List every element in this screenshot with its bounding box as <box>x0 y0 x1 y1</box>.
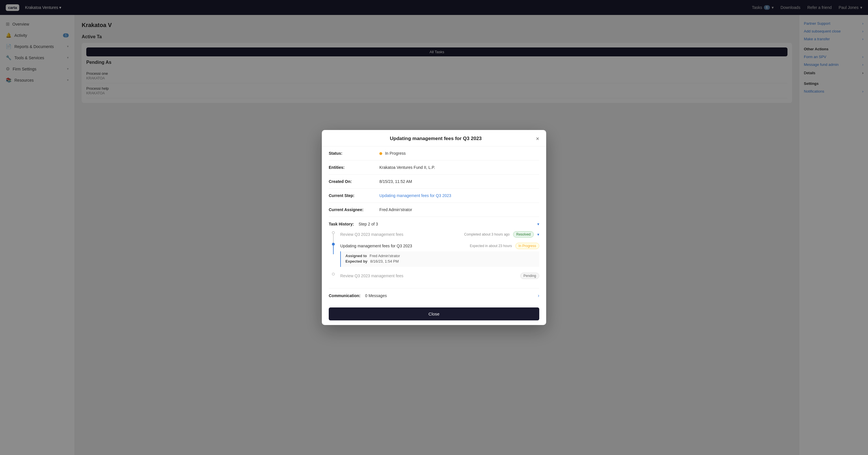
communication-row[interactable]: Communication: 0 Messages › <box>329 288 539 303</box>
communication-chevron-icon: › <box>538 293 539 298</box>
close-icon[interactable]: × <box>536 136 539 142</box>
timeline-line <box>333 234 334 243</box>
current-assignee-label: Current Assignee: <box>329 207 375 212</box>
modal-header: Updating management fees for Q3 2023 × <box>322 130 546 146</box>
timeline-dot <box>332 231 335 234</box>
timeline-dot-active <box>332 243 335 246</box>
status-dot <box>379 152 382 155</box>
resolved-badge: Resolved <box>513 231 534 238</box>
modal-footer: Close <box>322 303 546 325</box>
timeline-detail: Assigned to Fred Admin'strator Expected … <box>340 251 539 267</box>
list-item: Review Q3 2023 management fees Completed… <box>329 231 539 243</box>
timeline-line-blue <box>333 246 334 254</box>
timeline-title: Review Q3 2023 management fees <box>340 232 461 237</box>
timeline-time: Completed about 3 hours ago <box>464 233 509 236</box>
communication-label: Communication: <box>329 293 360 298</box>
in-progress-badge: In Progress <box>516 243 539 249</box>
created-on-value: 8/15/23, 11:52 AM <box>379 179 539 184</box>
status-label: Status: <box>329 151 375 156</box>
status-value: In Progress <box>379 151 539 156</box>
current-step-value[interactable]: Updating management fees for Q3 2023 <box>379 193 539 198</box>
status-row: Status: In Progress <box>329 146 539 160</box>
list-item: Updating management fees for Q3 2023 Exp… <box>329 243 539 273</box>
modal-title: Updating management fees for Q3 2023 <box>336 136 536 142</box>
list-item: Review Q3 2023 management fees Pending <box>329 273 539 283</box>
timeline-time: Expected in about 23 hours <box>470 244 512 248</box>
current-assignee-row: Current Assignee: Fred Admin'strator <box>329 203 539 217</box>
created-on-row: Created On: 8/15/23, 11:52 AM <box>329 175 539 189</box>
close-button[interactable]: Close <box>329 307 539 321</box>
communication-value: 0 Messages <box>365 293 537 298</box>
task-detail-modal: Updating management fees for Q3 2023 × S… <box>322 130 546 325</box>
created-on-label: Created On: <box>329 179 375 184</box>
modal-overlay: Updating management fees for Q3 2023 × S… <box>0 0 868 455</box>
task-history-chevron-icon[interactable]: ▾ <box>537 222 539 226</box>
entities-row: Entities: Krakatoa Ventures Fund II, L.P… <box>329 160 539 175</box>
pending-badge: Pending <box>520 273 539 279</box>
timeline-dot-pending <box>332 273 335 276</box>
current-step-label: Current Step: <box>329 193 375 198</box>
timeline-title: Review Q3 2023 management fees <box>340 274 514 278</box>
timeline-title: Updating management fees for Q3 2023 <box>340 244 466 248</box>
current-step-row: Current Step: Updating management fees f… <box>329 189 539 203</box>
task-history-header: Task History: Step 2 of 3 ▾ <box>329 217 539 229</box>
modal-body: Status: In Progress Entities: Krakatoa V… <box>322 146 546 303</box>
timeline: Review Q3 2023 management fees Completed… <box>329 229 539 288</box>
expand-icon[interactable]: ▾ <box>537 232 539 237</box>
entities-label: Entities: <box>329 165 375 170</box>
current-assignee-value: Fred Admin'strator <box>379 207 539 212</box>
entities-value: Krakatoa Ventures Fund II, L.P. <box>379 165 539 170</box>
